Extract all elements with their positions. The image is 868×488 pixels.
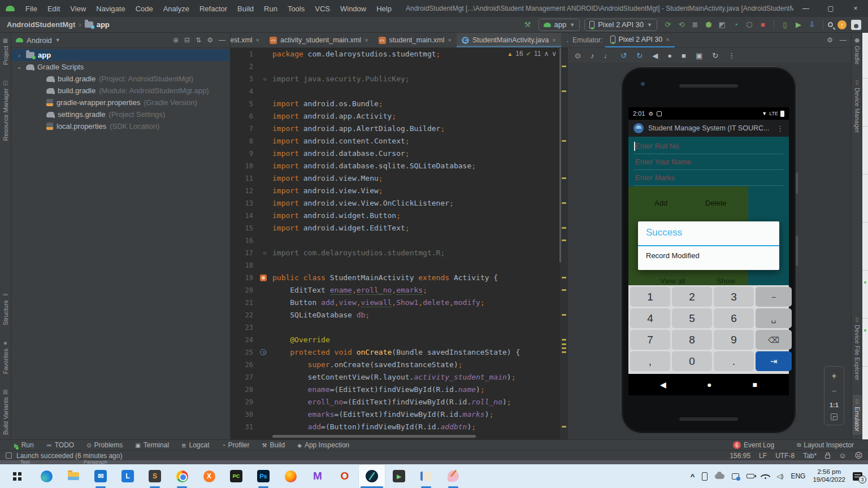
key-1[interactable]: 1 [630,287,670,307]
key-space[interactable]: ␣ [756,308,792,328]
lock-icon[interactable] [825,455,830,459]
purple-m-app-taskbar-icon[interactable]: M [304,464,331,488]
delete-button[interactable]: Delete [705,199,727,207]
tray-overflow-icon[interactable]: ^ [691,472,695,481]
emulator-volume-up-icon[interactable]: ♪ [591,51,594,60]
chevron-down-icon[interactable]: ▼ [55,37,60,43]
key-2[interactable]: 2 [672,287,712,307]
emulator-volume-down-icon[interactable]: ♩ [604,51,611,60]
firefox-taskbar-icon[interactable] [277,464,304,488]
menu-help[interactable]: Help [371,5,397,13]
menu-build[interactable]: Build [232,5,259,13]
code-line[interactable]: 21Button add,view,viewall,Show1,delete,m… [231,297,568,309]
overflow-menu-icon[interactable]: ⋮ [776,124,784,133]
toolwindow-todo[interactable]: ≔TODO [40,441,80,449]
sad-face-icon[interactable]: ☹ [854,451,862,460]
code-line[interactable]: 29eroll_no=(EditText)findViewById(R.id.r… [231,396,568,408]
input-field-1[interactable]: Enter Roll No. [635,142,681,150]
key-enter[interactable]: ⇥ [756,351,792,371]
code-line[interactable]: 7import android.app.AlertDialog.Builder; [231,123,568,135]
emulator-more-icon[interactable]: ⋮ [728,51,735,60]
code-line[interactable]: 28ename=(EditText)findViewById(R.id.name… [231,384,568,396]
emulator-snapshots-icon[interactable]: ↻ [712,51,718,60]
code-line[interactable]: 15import android.widget.EditText; [231,222,568,234]
emulator-rotate-left-icon[interactable]: ↺ [620,51,627,60]
apply-changes-icon[interactable]: ⟳ [662,20,674,29]
zoom-in-button[interactable]: + [831,371,836,381]
onedrive-icon[interactable] [715,474,724,479]
next-problem-icon[interactable]: ∨ [552,50,557,58]
toolwindow-run[interactable]: ▶Run [8,441,40,449]
expand-all-icon[interactable]: ⇅ [196,36,201,44]
stop-icon[interactable]: ■ [757,20,769,29]
event-log-button[interactable]: 6 Event Log [727,441,780,449]
sublime-text-taskbar-icon[interactable]: S [141,464,168,488]
nav-overview-icon[interactable]: ■ [753,380,757,389]
your-phone-icon[interactable] [702,472,708,481]
add-button[interactable]: Add [654,199,667,207]
ink-workspace-icon[interactable] [732,473,739,480]
fit-to-window-icon[interactable] [831,413,837,420]
menu-analyze[interactable]: Analyze [158,5,194,13]
maximize-button[interactable]: ▢ [818,0,843,17]
search-everywhere-icon[interactable] [828,22,833,27]
chrome-taskbar-icon[interactable] [168,464,196,488]
user-avatar[interactable]: ☻ [851,20,861,30]
nav-home-icon[interactable]: ● [707,380,711,389]
code-line[interactable]: 26super.onCreate(savedInstanceState); [231,359,568,371]
code-line[interactable]: 24@Override [231,334,568,346]
code-line[interactable]: 17⊟import com.delaroystudios.studentmgt.… [231,247,568,259]
prev-problem-icon[interactable]: ∧ [544,50,549,58]
minimize-button[interactable]: — [793,0,818,17]
notification-center-icon[interactable]: 3 [853,472,862,481]
code-line[interactable]: 27setContentView(R.layout.activity_stude… [231,371,568,384]
gear-icon[interactable]: ⚙ [827,36,833,44]
emulator-power-icon[interactable]: ⊙ [575,51,581,60]
code-line[interactable]: 5import android.os.Bundle; [231,98,568,110]
edge-taskbar-icon[interactable] [33,464,60,488]
key-−[interactable]: − [756,287,792,307]
notebook-taskbar-icon[interactable] [413,464,440,488]
photoshop-taskbar-icon[interactable]: Ps [250,464,277,488]
locate-file-icon[interactable]: ⊕ [173,36,179,44]
activity-gutter-icon[interactable] [260,274,267,281]
tool-strip-device-manager[interactable]: ▯Device Manager [854,79,861,133]
key-4[interactable]: 4 [630,308,670,328]
zoom-out-button[interactable]: − [831,386,836,396]
key-8[interactable]: 8 [672,330,712,350]
emulator-screenshot-icon[interactable]: ▣ [696,51,702,60]
emulator-back-icon[interactable]: ◀ [652,51,658,60]
android-studio-taskbar-icon[interactable] [358,464,385,488]
key-backspace[interactable]: ⌫ [756,330,792,350]
apply-code-changes-icon[interactable]: ⟲ [675,20,688,29]
wifi-icon[interactable] [762,473,769,480]
alert-dialog[interactable]: Success Record Modified [638,221,779,270]
mail-taskbar-icon[interactable]: ✉ [87,464,114,488]
tree-item-build-gradle[interactable]: build.gradle(Project: AndroidStudentMgt) [11,73,230,85]
caret-position[interactable]: 156:95 [730,452,750,460]
code-editor[interactable]: 1package com.delaroystudios.studentmgt;2… [231,48,568,439]
view-all-button[interactable]: View all [660,277,685,285]
office-taskbar-icon[interactable]: O [331,464,358,488]
hide-panel-icon[interactable]: — [840,36,847,44]
project-view-mode[interactable]: Android [27,36,52,45]
start-taskbar-icon[interactable] [6,464,33,488]
emulator-device-tab[interactable]: Pixel 2 API 30 × [605,33,675,47]
code-line[interactable]: 30emarks=(EditText)findViewById(R.id.mar… [231,408,568,421]
input-field-2[interactable]: Enter Your Name [635,158,691,166]
tool-strip-device-file-explorer[interactable]: ▯Device File Explorer [854,316,861,380]
code-line[interactable]: 4 [231,85,568,98]
tool-strip-project[interactable]: ▦Project [2,37,9,65]
tool-strip-build-variants[interactable]: ▥Build Variants [2,389,9,435]
tool-strip-favorites[interactable]: ★Favorites [2,340,9,374]
emulator-home-icon[interactable]: ● [667,51,672,60]
layout-inspector-button[interactable]: ⧉ Layout Inspector [791,441,860,449]
ide-update-icon[interactable]: ↑ [837,20,847,29]
code-line[interactable]: 19public class StudentMainActivity exten… [231,272,568,284]
tree-item-settings-gradle[interactable]: settings.gradle(Project Settings) [11,108,230,120]
key-6[interactable]: 6 [714,308,754,328]
toolwindow-logcat[interactable]: ≣Logcat [175,441,215,449]
code-line[interactable]: 18 [231,259,568,272]
key-7[interactable]: 7 [630,330,670,350]
attach-debugger-icon[interactable]: ⬡ [743,20,756,29]
